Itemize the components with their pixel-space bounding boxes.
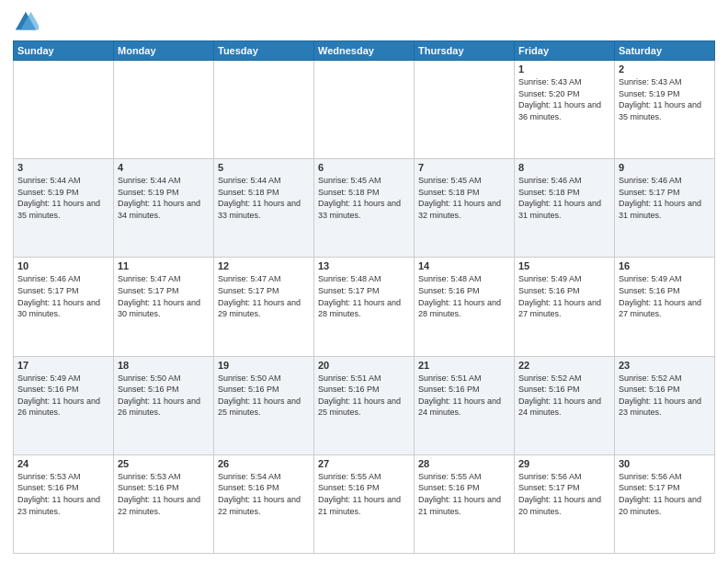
day-cell: 5Sunrise: 5:44 AM Sunset: 5:18 PM Daylig… bbox=[214, 159, 314, 258]
day-cell: 8Sunrise: 5:46 AM Sunset: 5:18 PM Daylig… bbox=[515, 159, 615, 258]
day-number: 4 bbox=[118, 162, 210, 173]
day-number: 6 bbox=[318, 162, 410, 173]
day-cell: 6Sunrise: 5:45 AM Sunset: 5:18 PM Daylig… bbox=[314, 159, 415, 258]
day-number: 16 bbox=[619, 260, 711, 271]
day-number: 11 bbox=[118, 260, 210, 271]
header-row: SundayMondayTuesdayWednesdayThursdayFrid… bbox=[14, 41, 715, 61]
day-cell: 27Sunrise: 5:55 AM Sunset: 5:16 PM Dayli… bbox=[314, 454, 415, 553]
day-cell: 22Sunrise: 5:52 AM Sunset: 5:16 PM Dayli… bbox=[515, 356, 615, 454]
day-cell: 25Sunrise: 5:53 AM Sunset: 5:16 PM Dayli… bbox=[114, 454, 214, 553]
day-cell: 24Sunrise: 5:53 AM Sunset: 5:16 PM Dayli… bbox=[14, 454, 114, 553]
day-number: 8 bbox=[518, 162, 610, 173]
day-cell: 29Sunrise: 5:56 AM Sunset: 5:17 PM Dayli… bbox=[515, 454, 615, 553]
day-info: Sunrise: 5:50 AM Sunset: 5:16 PM Dayligh… bbox=[118, 373, 210, 419]
day-info: Sunrise: 5:53 AM Sunset: 5:16 PM Dayligh… bbox=[118, 471, 210, 517]
day-cell: 7Sunrise: 5:45 AM Sunset: 5:18 PM Daylig… bbox=[415, 159, 515, 258]
day-number: 1 bbox=[518, 63, 610, 75]
header-cell-saturday: Saturday bbox=[615, 41, 715, 61]
week-row-4: 17Sunrise: 5:49 AM Sunset: 5:16 PM Dayli… bbox=[14, 356, 715, 454]
day-info: Sunrise: 5:51 AM Sunset: 5:16 PM Dayligh… bbox=[418, 373, 510, 419]
day-number: 22 bbox=[518, 360, 610, 371]
day-info: Sunrise: 5:48 AM Sunset: 5:17 PM Dayligh… bbox=[318, 273, 410, 319]
day-info: Sunrise: 5:46 AM Sunset: 5:17 PM Dayligh… bbox=[619, 175, 711, 221]
day-number: 19 bbox=[218, 360, 310, 371]
day-cell: 2Sunrise: 5:43 AM Sunset: 5:19 PM Daylig… bbox=[615, 61, 715, 159]
day-cell bbox=[415, 61, 515, 159]
day-cell: 15Sunrise: 5:49 AM Sunset: 5:16 PM Dayli… bbox=[515, 258, 615, 356]
week-row-2: 3Sunrise: 5:44 AM Sunset: 5:19 PM Daylig… bbox=[14, 159, 715, 258]
day-info: Sunrise: 5:46 AM Sunset: 5:18 PM Dayligh… bbox=[518, 175, 610, 221]
day-cell: 20Sunrise: 5:51 AM Sunset: 5:16 PM Dayli… bbox=[314, 356, 415, 454]
day-info: Sunrise: 5:44 AM Sunset: 5:18 PM Dayligh… bbox=[218, 175, 310, 221]
day-cell: 17Sunrise: 5:49 AM Sunset: 5:16 PM Dayli… bbox=[14, 356, 114, 454]
day-number: 12 bbox=[218, 260, 310, 271]
day-info: Sunrise: 5:54 AM Sunset: 5:16 PM Dayligh… bbox=[218, 471, 310, 517]
day-info: Sunrise: 5:55 AM Sunset: 5:16 PM Dayligh… bbox=[418, 471, 510, 517]
day-cell: 1Sunrise: 5:43 AM Sunset: 5:20 PM Daylig… bbox=[515, 61, 615, 159]
day-info: Sunrise: 5:46 AM Sunset: 5:17 PM Dayligh… bbox=[17, 273, 109, 319]
day-info: Sunrise: 5:43 AM Sunset: 5:20 PM Dayligh… bbox=[518, 76, 610, 122]
day-info: Sunrise: 5:56 AM Sunset: 5:17 PM Dayligh… bbox=[619, 471, 711, 517]
day-info: Sunrise: 5:52 AM Sunset: 5:16 PM Dayligh… bbox=[518, 373, 610, 419]
day-number: 14 bbox=[418, 260, 510, 271]
day-number: 20 bbox=[318, 360, 410, 371]
day-number: 7 bbox=[418, 162, 510, 173]
day-number: 2 bbox=[619, 63, 711, 75]
page: SundayMondayTuesdayWednesdayThursdayFrid… bbox=[0, 0, 728, 563]
day-number: 15 bbox=[518, 260, 610, 271]
day-cell bbox=[14, 61, 114, 159]
day-cell bbox=[214, 61, 314, 159]
day-cell: 14Sunrise: 5:48 AM Sunset: 5:16 PM Dayli… bbox=[415, 258, 515, 356]
day-info: Sunrise: 5:51 AM Sunset: 5:16 PM Dayligh… bbox=[318, 373, 410, 419]
day-cell: 10Sunrise: 5:46 AM Sunset: 5:17 PM Dayli… bbox=[14, 258, 114, 356]
day-cell: 11Sunrise: 5:47 AM Sunset: 5:17 PM Dayli… bbox=[114, 258, 214, 356]
day-cell: 4Sunrise: 5:44 AM Sunset: 5:19 PM Daylig… bbox=[114, 159, 214, 258]
header-cell-monday: Monday bbox=[114, 41, 214, 61]
day-number: 26 bbox=[218, 458, 310, 469]
logo bbox=[13, 9, 42, 35]
day-info: Sunrise: 5:47 AM Sunset: 5:17 PM Dayligh… bbox=[118, 273, 210, 319]
day-number: 23 bbox=[619, 360, 711, 371]
day-info: Sunrise: 5:48 AM Sunset: 5:16 PM Dayligh… bbox=[418, 273, 510, 319]
header-cell-friday: Friday bbox=[515, 41, 615, 61]
day-cell: 28Sunrise: 5:55 AM Sunset: 5:16 PM Dayli… bbox=[415, 454, 515, 553]
day-info: Sunrise: 5:44 AM Sunset: 5:19 PM Dayligh… bbox=[17, 175, 109, 221]
day-number: 10 bbox=[17, 260, 109, 271]
day-cell: 21Sunrise: 5:51 AM Sunset: 5:16 PM Dayli… bbox=[415, 356, 515, 454]
day-info: Sunrise: 5:49 AM Sunset: 5:16 PM Dayligh… bbox=[17, 373, 109, 419]
header bbox=[13, 9, 715, 35]
day-cell: 13Sunrise: 5:48 AM Sunset: 5:17 PM Dayli… bbox=[314, 258, 415, 356]
logo-icon bbox=[13, 9, 39, 35]
day-cell: 9Sunrise: 5:46 AM Sunset: 5:17 PM Daylig… bbox=[615, 159, 715, 258]
day-cell: 23Sunrise: 5:52 AM Sunset: 5:16 PM Dayli… bbox=[615, 356, 715, 454]
day-info: Sunrise: 5:55 AM Sunset: 5:16 PM Dayligh… bbox=[318, 471, 410, 517]
day-number: 13 bbox=[318, 260, 410, 271]
day-cell bbox=[114, 61, 214, 159]
day-info: Sunrise: 5:47 AM Sunset: 5:17 PM Dayligh… bbox=[218, 273, 310, 319]
day-number: 25 bbox=[118, 458, 210, 469]
day-cell: 3Sunrise: 5:44 AM Sunset: 5:19 PM Daylig… bbox=[14, 159, 114, 258]
day-info: Sunrise: 5:53 AM Sunset: 5:16 PM Dayligh… bbox=[17, 471, 109, 517]
day-number: 24 bbox=[17, 458, 109, 469]
week-row-3: 10Sunrise: 5:46 AM Sunset: 5:17 PM Dayli… bbox=[14, 258, 715, 356]
day-number: 27 bbox=[318, 458, 410, 469]
header-cell-sunday: Sunday bbox=[14, 41, 114, 61]
header-cell-tuesday: Tuesday bbox=[214, 41, 314, 61]
week-row-5: 24Sunrise: 5:53 AM Sunset: 5:16 PM Dayli… bbox=[14, 454, 715, 553]
calendar-table: SundayMondayTuesdayWednesdayThursdayFrid… bbox=[13, 40, 715, 554]
day-number: 30 bbox=[619, 458, 711, 469]
day-cell: 12Sunrise: 5:47 AM Sunset: 5:17 PM Dayli… bbox=[214, 258, 314, 356]
day-info: Sunrise: 5:43 AM Sunset: 5:19 PM Dayligh… bbox=[619, 76, 711, 122]
day-info: Sunrise: 5:52 AM Sunset: 5:16 PM Dayligh… bbox=[619, 373, 711, 419]
day-info: Sunrise: 5:50 AM Sunset: 5:16 PM Dayligh… bbox=[218, 373, 310, 419]
day-number: 18 bbox=[118, 360, 210, 371]
day-number: 17 bbox=[17, 360, 109, 371]
day-cell: 19Sunrise: 5:50 AM Sunset: 5:16 PM Dayli… bbox=[214, 356, 314, 454]
day-info: Sunrise: 5:56 AM Sunset: 5:17 PM Dayligh… bbox=[518, 471, 610, 517]
day-cell: 16Sunrise: 5:49 AM Sunset: 5:16 PM Dayli… bbox=[615, 258, 715, 356]
day-cell: 30Sunrise: 5:56 AM Sunset: 5:17 PM Dayli… bbox=[615, 454, 715, 553]
day-info: Sunrise: 5:49 AM Sunset: 5:16 PM Dayligh… bbox=[518, 273, 610, 319]
day-number: 9 bbox=[619, 162, 711, 173]
header-cell-thursday: Thursday bbox=[415, 41, 515, 61]
day-info: Sunrise: 5:45 AM Sunset: 5:18 PM Dayligh… bbox=[418, 175, 510, 221]
